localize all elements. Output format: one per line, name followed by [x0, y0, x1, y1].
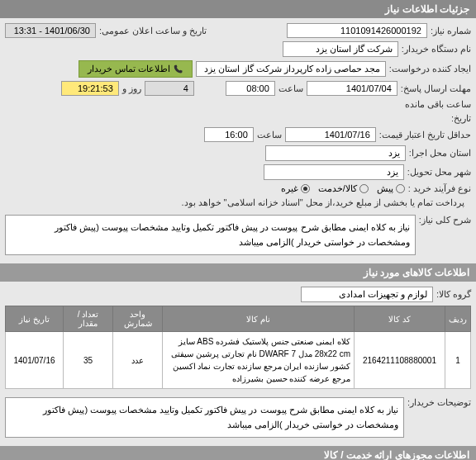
- field-announce-datetime: 1401/06/30 - 13:31: [5, 23, 96, 38]
- radio-option-other[interactable]: غیره: [281, 183, 310, 194]
- field-requester: مجد حماصی زاده کارپرداز شرکت گاز استان ی…: [196, 61, 386, 77]
- radio-label-goods-service: کالا/خدمت: [318, 183, 357, 194]
- radio-label-predict: پیش: [377, 183, 393, 194]
- radio-option-predict[interactable]: پیش: [377, 183, 405, 194]
- field-remaining-time: 19:21:53: [61, 81, 119, 96]
- field-deadline-date: 1401/07/04: [307, 81, 397, 96]
- th-name: نام کالا: [163, 306, 355, 332]
- cell-qty: 35: [64, 332, 113, 389]
- th-code: کد کالا: [355, 306, 445, 332]
- label-exec-province: استان محل اجرا:: [409, 148, 471, 159]
- label-hour-1: ساعت: [278, 83, 303, 94]
- radio-option-goods-service[interactable]: کالا/خدمت: [318, 183, 369, 194]
- table-row: 1 2164211108880001 کلاه ایمنی صنعتی جنس …: [6, 332, 471, 389]
- label-deliver-city: شهر محل تحویل:: [407, 167, 471, 178]
- cell-unit: عدد: [113, 332, 163, 389]
- label-date: تاریخ:: [451, 113, 471, 124]
- th-qty: تعداد / مقدار: [64, 306, 113, 332]
- field-need-number: 1101091426000192: [287, 23, 427, 38]
- cell-name: کلاه ایمنی صنعتی جنس پلاستیک فشرده ABS س…: [163, 332, 355, 389]
- th-date: تاریخ نیاز: [6, 306, 64, 332]
- field-org-name: شرکت گاز استان یزد: [283, 41, 398, 57]
- label-need-number: شماره نیاز:: [431, 26, 471, 36]
- label-process-type: نوع فرآیند خرید :: [408, 183, 471, 194]
- field-credit-date: 1401/07/16: [285, 127, 376, 142]
- label-buyer-notes: توضیحات خریدار:: [407, 394, 471, 408]
- contact-button-label: اطلاعات تماس خریدار: [88, 64, 170, 74]
- label-time-remaining: ساعت باقی مانده: [405, 99, 471, 110]
- cell-date: 1401/07/16: [6, 332, 64, 389]
- th-row: ردیف: [445, 306, 471, 332]
- field-exec-province: یزد: [265, 145, 406, 161]
- field-credit-time: 16:00: [204, 127, 254, 142]
- label-goods-group: گروه کالا:: [436, 289, 471, 300]
- process-type-radio-group: پیش کالا/خدمت غیره: [281, 183, 405, 194]
- buyer-notes-box: نیاز به کلاه ایمنی مطابق شرح پیوست در پی…: [5, 397, 404, 438]
- label-announce-datetime: تاریخ و ساعت اعلان عمومی:: [99, 26, 207, 36]
- label-org-name: نام دستگاه خریدار:: [402, 44, 471, 55]
- need-desc-box: نیاز به کلاه ایمنی مطابق شرح پیوست در پی…: [5, 215, 416, 255]
- need-details-form: شماره نیاز: 1101091426000192 تاریخ و ساع…: [0, 18, 476, 263]
- label-deadline: مهلت ارسال پاسخ:: [401, 83, 471, 94]
- cell-row: 1: [445, 332, 471, 389]
- label-credit-expire: حداقل تاریخ اعتبار قیمت:: [379, 130, 471, 140]
- field-deliver-city: یزد: [264, 164, 404, 180]
- section-header-service-permits: اطلاعات مجوزهای ارائه خدمت / کالا: [0, 446, 476, 460]
- field-goods-group: لوازم و تجهیزات امدادی: [301, 287, 433, 302]
- label-requester: ایجاد کننده درخواست:: [389, 64, 471, 74]
- cell-code: 2164211108880001: [355, 332, 445, 389]
- process-note: پرداخت تمام یا بخشی از مبلع خرید،از محل …: [181, 197, 464, 208]
- field-deadline-time: 08:00: [226, 81, 275, 96]
- radio-icon-checked: [301, 184, 310, 193]
- goods-info-area: گروه کالا: لوازم و تجهیزات امدادی ردیف ک…: [0, 282, 476, 446]
- section-header-goods-info: اطلاعات کالاهای مورد نیاز: [0, 263, 476, 282]
- label-day-and: روز و: [122, 83, 141, 94]
- label-hour-2: ساعت: [257, 130, 282, 140]
- radio-label-other: غیره: [281, 183, 298, 194]
- th-unit: واحد شمارش: [113, 306, 163, 332]
- radio-icon: [396, 184, 405, 193]
- phone-icon: [174, 64, 183, 74]
- section-header-need-details: جزئیات اطلاعات نیاز: [0, 0, 476, 18]
- goods-table: ردیف کد کالا نام کالا واحد شمارش تعداد /…: [5, 306, 471, 389]
- radio-icon: [359, 184, 369, 193]
- contact-buyer-button[interactable]: اطلاعات تماس خریدار: [79, 60, 193, 78]
- label-need-desc: شرح کلی نیاز:: [419, 211, 471, 225]
- field-remaining-days: 4: [145, 81, 194, 96]
